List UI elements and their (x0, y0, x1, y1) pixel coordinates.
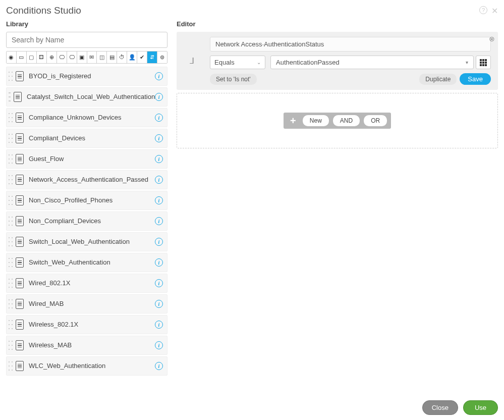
or-button[interactable]: OR (364, 115, 387, 126)
new-button[interactable]: New (303, 115, 329, 126)
filter-btn-13[interactable]: ✔ (137, 51, 147, 63)
editor-label: Editor (177, 20, 498, 28)
library-item[interactable]: Compliance_Unknown_Devicesi (6, 108, 167, 127)
library-item-name: Wireless_802.1X (29, 321, 155, 329)
condition-icon (16, 113, 24, 123)
filter-btn-11[interactable]: ⏱ (117, 51, 127, 63)
drag-handle-icon[interactable] (9, 258, 13, 267)
search-box[interactable] (6, 32, 167, 48)
filter-btn-4[interactable]: ⊕ (47, 51, 57, 63)
filter-btn-3[interactable]: ⚃ (37, 51, 47, 63)
filter-btn-2[interactable]: ▢ (27, 51, 37, 63)
info-icon[interactable]: i (155, 217, 163, 225)
library-item-name: Guest_Flow (29, 155, 155, 164)
condition-icon (16, 278, 24, 288)
use-button[interactable]: Use (463, 400, 498, 415)
drag-handle-icon[interactable] (9, 279, 13, 288)
add-condition-area: + New AND OR (177, 93, 498, 148)
library-item-name: Network_Access_Authentication_Passed (29, 176, 155, 184)
filter-btn-0[interactable]: ◉ (7, 51, 17, 63)
info-icon[interactable]: i (155, 238, 163, 246)
duplicate-button[interactable]: Duplicate (419, 74, 457, 85)
save-button[interactable]: Save (460, 73, 491, 85)
info-icon[interactable]: i (155, 114, 163, 122)
drag-handle-icon[interactable] (9, 175, 13, 184)
library-item[interactable]: Non_Cisco_Profiled_Phonesi (6, 191, 167, 210)
library-item[interactable]: Wired_802.1Xi (6, 274, 167, 293)
filter-btn-14[interactable]: ⇵ (147, 51, 157, 63)
library-item[interactable]: Switch_Web_Authenticationi (6, 253, 167, 272)
library-label: Library (6, 20, 167, 28)
library-item[interactable]: Compliant_Devicesi (6, 129, 167, 148)
drag-handle-icon[interactable] (9, 361, 13, 371)
library-item-name: Switch_Web_Authentication (29, 258, 155, 267)
filter-btn-7[interactable]: ▣ (77, 51, 87, 63)
filter-btn-12[interactable]: 👤 (127, 51, 137, 63)
filter-btn-1[interactable]: ▭ (17, 51, 27, 63)
drag-handle-icon[interactable] (9, 154, 13, 164)
filter-btn-6[interactable]: 🖵 (67, 51, 77, 63)
drag-handle-icon[interactable] (9, 299, 13, 308)
drag-handle-icon[interactable] (9, 320, 13, 329)
chevron-down-icon: ▾ (466, 60, 468, 65)
help-icon[interactable]: ? (479, 6, 487, 14)
drag-handle-icon[interactable] (9, 217, 13, 226)
value-text: AuthenticationPassed (276, 59, 340, 66)
filter-btn-9[interactable]: ◫ (97, 51, 107, 63)
info-icon[interactable]: i (155, 196, 163, 204)
library-item-name: Compliance_Unknown_Devices (29, 114, 155, 122)
set-isnot-button[interactable]: Set to 'Is not' (210, 74, 257, 85)
operator-select[interactable]: Equals ⌄ (210, 56, 265, 69)
library-item[interactable]: BYOD_is_Registeredi (6, 67, 167, 86)
library-item-name: Non_Compliant_Devices (29, 217, 155, 226)
info-icon[interactable]: i (155, 155, 163, 163)
info-icon[interactable]: i (155, 321, 163, 329)
info-icon[interactable]: i (155, 134, 163, 142)
filter-btn-10[interactable]: ▤ (107, 51, 117, 63)
library-item[interactable]: Wireless_802.1Xi (6, 315, 167, 334)
drag-handle-icon[interactable] (9, 113, 13, 122)
info-icon[interactable]: i (155, 279, 163, 287)
library-item[interactable]: Catalyst_Switch_Local_Web_Authentication… (6, 87, 167, 107)
info-icon[interactable]: i (155, 93, 163, 101)
info-icon[interactable]: i (155, 258, 163, 267)
remove-condition-icon[interactable]: ⊗ (489, 35, 495, 43)
info-icon[interactable]: i (155, 176, 163, 184)
value-select[interactable]: AuthenticationPassed ▾ (270, 56, 474, 69)
attribute-field[interactable]: Network Access·AuthenticationStatus (210, 37, 491, 51)
search-input[interactable] (12, 36, 162, 44)
info-icon[interactable]: i (155, 362, 163, 370)
library-item[interactable]: Network_Access_Authentication_Passedi (6, 170, 167, 189)
drag-handle-icon[interactable] (9, 237, 13, 246)
library-list: BYOD_is_RegisterediCatalyst_Switch_Local… (6, 67, 167, 377)
drag-handle-icon[interactable] (9, 92, 11, 101)
library-item[interactable]: Non_Compliant_Devicesi (6, 212, 167, 231)
info-icon[interactable]: i (155, 341, 163, 349)
drag-handle-icon[interactable] (9, 134, 13, 143)
drag-handle-icon[interactable] (9, 196, 13, 205)
library-item[interactable]: Guest_Flowi (6, 149, 167, 169)
close-icon[interactable]: ✕ (491, 6, 498, 16)
library-item[interactable]: WLC_Web_Authenticationi (6, 356, 167, 376)
condition-icon (16, 175, 24, 185)
library-item-name: Non_Cisco_Profiled_Phones (29, 196, 155, 205)
library-item[interactable]: Wired_MABi (6, 294, 167, 313)
close-button[interactable]: Close (422, 400, 458, 415)
filter-btn-8[interactable]: ✉ (87, 51, 97, 63)
drag-handle-icon[interactable] (9, 341, 13, 350)
info-icon[interactable]: i (155, 72, 163, 80)
grid-icon (480, 59, 487, 66)
library-item[interactable]: Switch_Local_Web_Authenticationi (6, 232, 167, 251)
library-panel: Library ◉ ▭ ▢ ⚃ ⊕ 🖵 🖵 ▣ ✉ ◫ ▤ ⏱ 👤 ✔ ⇵ ⊚ (6, 20, 167, 394)
dialog-header: Conditions Studio ? ✕ (6, 5, 498, 20)
info-icon[interactable]: i (155, 300, 163, 308)
drag-handle-icon[interactable] (9, 72, 13, 81)
library-item[interactable]: Wireless_MABi (6, 336, 167, 355)
chevron-down-icon: ⌄ (257, 60, 261, 65)
filter-btn-5[interactable]: 🖵 (57, 51, 67, 63)
condition-icon (16, 216, 24, 226)
value-picker-button[interactable] (476, 56, 491, 69)
and-button[interactable]: AND (333, 115, 360, 126)
filter-bar: ◉ ▭ ▢ ⚃ ⊕ 🖵 🖵 ▣ ✉ ◫ ▤ ⏱ 👤 ✔ ⇵ ⊚ (6, 51, 167, 64)
filter-btn-15[interactable]: ⊚ (157, 51, 167, 63)
